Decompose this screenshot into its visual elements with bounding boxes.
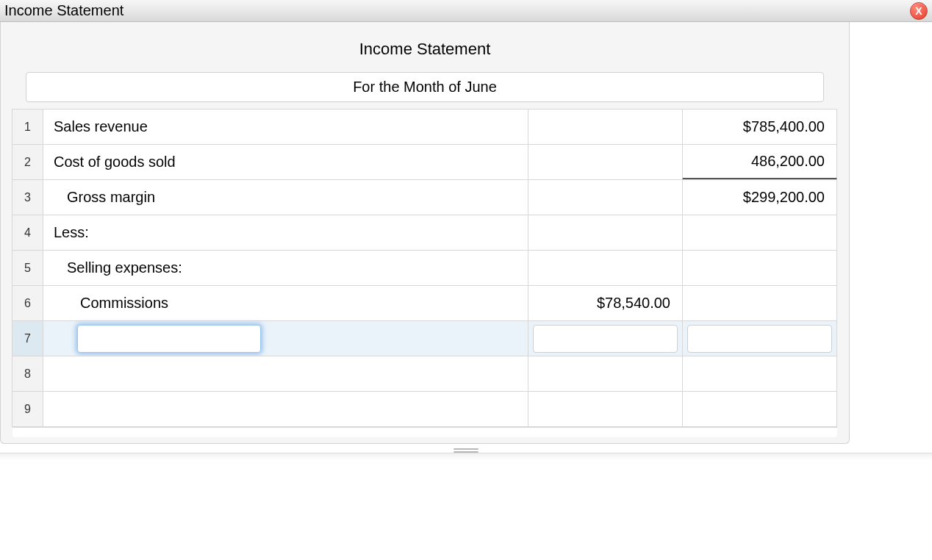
row-label: Gross margin xyxy=(43,179,528,215)
window-title: Income Statement xyxy=(4,2,123,19)
row-label: Commissions xyxy=(43,285,528,321)
row-number: 4 xyxy=(12,215,43,251)
row-col2-input[interactable] xyxy=(533,325,678,353)
content-panel: Income Statement For the Month of June 1… xyxy=(0,22,850,444)
row-amount-col2[interactable] xyxy=(528,391,683,427)
row-amount-col2 xyxy=(528,144,683,180)
row-col2-input-cell xyxy=(528,320,683,356)
row-label: Cost of goods sold xyxy=(43,144,528,180)
row-amount-col2 xyxy=(528,250,683,286)
row-amount-col2 xyxy=(528,179,683,215)
row-amount-col3 xyxy=(682,215,837,251)
row-number: 6 xyxy=(12,285,43,321)
statement-grid: 1Sales revenue$785,400.002Cost of goods … xyxy=(12,110,837,427)
row-label[interactable] xyxy=(43,356,528,392)
row-amount-col3[interactable] xyxy=(682,356,837,392)
row-label-input[interactable] xyxy=(77,325,261,353)
row-label: Sales revenue xyxy=(43,109,528,145)
row-amount-col2[interactable] xyxy=(528,356,683,392)
row-amount-col3: $785,400.00 xyxy=(682,109,837,145)
grid-footer xyxy=(12,427,837,437)
row-number: 7 xyxy=(12,320,43,356)
row-number: 2 xyxy=(12,144,43,180)
close-icon: X xyxy=(915,5,922,17)
close-button[interactable]: X xyxy=(910,2,928,20)
row-amount-col3 xyxy=(682,285,837,321)
row-amount-col3 xyxy=(682,250,837,286)
row-amount-col2 xyxy=(528,215,683,251)
divider xyxy=(0,453,932,460)
row-amount-col3: $299,200.00 xyxy=(682,179,837,215)
row-amount-col2: $78,540.00 xyxy=(528,285,683,321)
row-number: 1 xyxy=(12,109,43,145)
period-box: For the Month of June xyxy=(26,72,824,102)
row-label: Selling expenses: xyxy=(43,250,528,286)
page-title: Income Statement xyxy=(12,29,837,72)
titlebar: Income Statement X xyxy=(0,0,932,22)
resize-handle[interactable] xyxy=(451,448,481,453)
row-amount-col3[interactable] xyxy=(682,391,837,427)
row-col3-input-cell xyxy=(682,320,837,356)
row-number: 8 xyxy=(12,356,43,392)
row-label-input-cell xyxy=(43,320,528,356)
row-number: 9 xyxy=(12,391,43,427)
row-number: 3 xyxy=(12,179,43,215)
row-amount-col2 xyxy=(528,109,683,145)
window: Income Statement X Income Statement For … xyxy=(0,0,932,460)
row-col3-input[interactable] xyxy=(687,325,832,353)
row-label: Less: xyxy=(43,215,528,251)
row-label[interactable] xyxy=(43,391,528,427)
row-amount-col3: 486,200.00 xyxy=(682,144,837,180)
row-number: 5 xyxy=(12,250,43,286)
